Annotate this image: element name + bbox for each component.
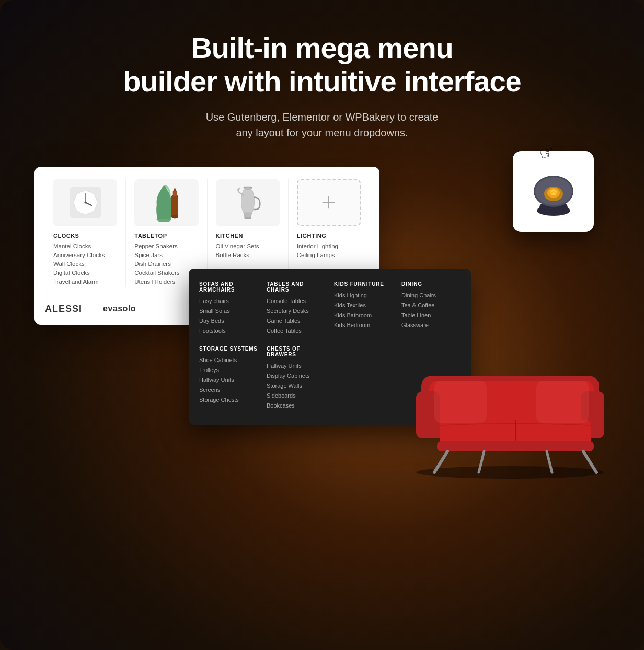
storage-heading: STORAGE SYSTEMS xyxy=(199,346,258,352)
list-item[interactable]: Digital Clocks xyxy=(53,270,117,276)
empty-col-1 xyxy=(334,346,393,412)
main-headline: Built-in mega menubuilder with intuitive… xyxy=(123,31,521,99)
svg-rect-8 xyxy=(174,189,176,192)
svg-rect-12 xyxy=(244,217,251,219)
drawers-heading: CHESTS OF DRAWERS xyxy=(267,346,326,357)
tabletop-image xyxy=(134,179,198,226)
list-item[interactable]: Storage Chests xyxy=(199,397,258,403)
list-item[interactable]: Coffee Tables xyxy=(267,328,326,334)
evasolo-brand: evasolo xyxy=(103,304,136,314)
kitchen-image xyxy=(216,179,280,226)
lighting-items[interactable]: Interior Lighting Ceiling Lamps xyxy=(297,243,361,258)
demo-area: CLOCKS Mantel Clocks Anniversary Clocks … xyxy=(34,167,610,491)
kitchen-items[interactable]: Oil Vinegar Sets Bottle Racks xyxy=(216,243,280,258)
list-item[interactable]: Trolleys xyxy=(199,367,258,373)
list-item[interactable]: Dish Drainers xyxy=(134,261,198,267)
svg-point-21 xyxy=(550,189,557,195)
drawers-items[interactable]: Hallway Units Display Cabinets Storage W… xyxy=(267,363,326,409)
list-item[interactable]: Glassware xyxy=(401,322,461,328)
list-item[interactable]: Oil Vinegar Sets xyxy=(216,243,280,249)
list-item[interactable]: Dining Chairs xyxy=(401,292,461,298)
list-item[interactable]: Mantel Clocks xyxy=(53,243,117,249)
kids-items[interactable]: Kids Lighting Kids Textiles Kids Bathroo… xyxy=(334,292,393,328)
lamp-icon xyxy=(525,162,582,220)
list-item[interactable]: Interior Lighting xyxy=(297,243,361,249)
list-item[interactable]: Table Linen xyxy=(401,312,461,318)
list-item[interactable]: Game Tables xyxy=(267,318,326,324)
drawers-col: CHESTS OF DRAWERS Hallway Units Display … xyxy=(267,346,326,412)
list-item[interactable]: Day Beds xyxy=(199,318,258,324)
list-item[interactable]: Storage Walls xyxy=(267,382,326,389)
clock-icon xyxy=(68,185,102,219)
svg-rect-29 xyxy=(437,441,594,451)
svg-point-9 xyxy=(171,215,178,219)
storage-items[interactable]: Shoe Cabinets Trolleys Hallway Units Scr… xyxy=(199,357,258,403)
list-item[interactable]: Hallway Units xyxy=(199,377,258,383)
list-item[interactable]: Anniversary Clocks xyxy=(53,252,117,258)
alessi-brand: ALESSI xyxy=(45,304,82,315)
list-item[interactable]: Shoe Cabinets xyxy=(199,357,258,363)
list-item[interactable]: Hallway Units xyxy=(267,363,326,369)
dining-col: DINING Dining Chairs Tea & Coffee Table … xyxy=(401,281,461,338)
svg-rect-34 xyxy=(434,381,487,423)
carafe-icon xyxy=(147,180,186,225)
clocks-image xyxy=(53,179,117,226)
list-item[interactable]: Tea & Coffee xyxy=(401,302,461,308)
kitchen-icon xyxy=(235,182,261,224)
list-item[interactable]: Screens xyxy=(199,387,258,393)
list-item[interactable]: Bookcases xyxy=(267,402,326,409)
sub-headline: Use Gutenberg, Elementor or WPBakery to … xyxy=(206,109,439,141)
list-item[interactable]: Ceiling Lamps xyxy=(297,252,361,258)
list-item[interactable]: Bottle Racks xyxy=(216,252,280,258)
tables-heading: TABLES AND CHAIRS xyxy=(267,281,326,293)
lighting-heading: LIGHTING xyxy=(297,233,361,239)
svg-point-11 xyxy=(243,187,252,190)
dining-heading: DINING xyxy=(401,281,461,287)
list-item[interactable]: Kids Textiles xyxy=(334,302,393,308)
kitchen-heading: KITCHEN xyxy=(216,233,280,239)
svg-point-22 xyxy=(416,466,604,479)
list-item[interactable]: Spice Jars xyxy=(134,252,198,258)
sofas-items[interactable]: Easy chairs Small Sofas Day Beds Footsto… xyxy=(199,298,258,334)
list-item[interactable]: Footstools xyxy=(199,328,258,334)
clocks-column: CLOCKS Mantel Clocks Anniversary Clocks … xyxy=(45,179,126,287)
list-item[interactable]: Pepper Shakers xyxy=(134,243,198,249)
list-item[interactable]: Sideboards xyxy=(267,392,326,399)
sofas-col: SOFAS AND ARMCHAIRS Easy chairs Small So… xyxy=(199,281,258,338)
sofa-illustration xyxy=(406,334,625,480)
tables-col: TABLES AND CHAIRS Console Tables Secreta… xyxy=(267,281,326,338)
list-item[interactable]: Console Tables xyxy=(267,298,326,304)
lamp-product-card xyxy=(513,151,594,232)
list-item[interactable]: Travel and Alarm xyxy=(53,278,117,285)
svg-rect-35 xyxy=(536,381,589,423)
list-item[interactable]: Kids Lighting xyxy=(334,292,393,298)
kids-col: KIDS FURNITURE Kids Lighting Kids Textil… xyxy=(334,281,393,338)
sofas-heading: SOFAS AND ARMCHAIRS xyxy=(199,281,258,293)
lighting-image xyxy=(297,179,361,226)
list-item[interactable]: Kids Bedroom xyxy=(334,322,393,328)
plus-icon xyxy=(319,193,338,212)
tables-items[interactable]: Console Tables Secretary Desks Game Tabl… xyxy=(267,298,326,334)
dining-items[interactable]: Dining Chairs Tea & Coffee Table Linen G… xyxy=(401,292,461,328)
list-item[interactable]: Small Sofas xyxy=(199,308,258,314)
tabletop-heading: TABLETOP xyxy=(134,233,198,239)
list-item[interactable]: Wall Clocks xyxy=(53,261,117,267)
list-item[interactable]: Display Cabinets xyxy=(267,373,326,379)
sofa-svg xyxy=(406,334,625,480)
list-item[interactable]: Secretary Desks xyxy=(267,308,326,314)
svg-rect-6 xyxy=(171,195,178,217)
clocks-heading: CLOCKS xyxy=(53,233,117,239)
list-item[interactable]: Easy chairs xyxy=(199,298,258,304)
clocks-items[interactable]: Mantel Clocks Anniversary Clocks Wall Cl… xyxy=(53,243,117,285)
svg-point-4 xyxy=(84,202,86,204)
storage-col: STORAGE SYSTEMS Shoe Cabinets Trolleys H… xyxy=(199,346,258,412)
kids-heading: KIDS FURNITURE xyxy=(334,281,393,287)
list-item[interactable]: Kids Bathroom xyxy=(334,312,393,318)
